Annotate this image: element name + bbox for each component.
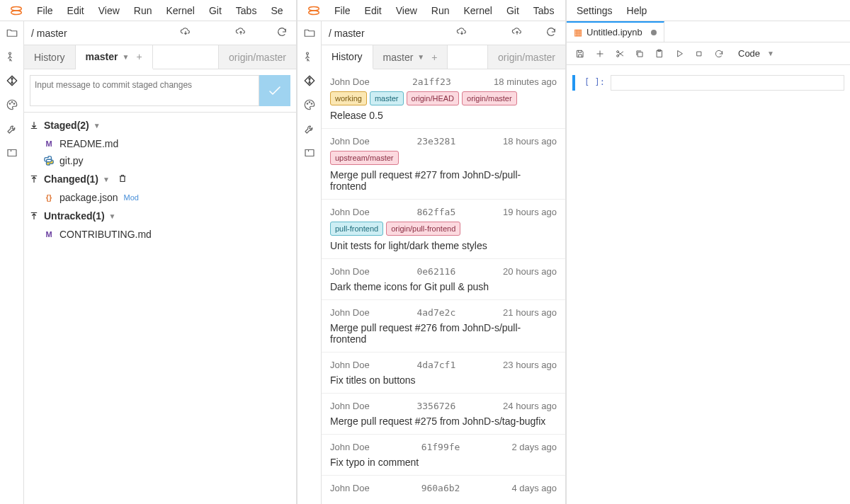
commit-item[interactable]: John Doe23e328118 hours agoupstream/mast… <box>322 129 565 200</box>
commit-author: John Doe <box>330 442 370 452</box>
copy-icon[interactable] <box>630 45 649 63</box>
notebook-tab[interactable]: ▦ Untitled.ipynb <box>567 21 664 42</box>
cloud-pull-icon[interactable] <box>456 26 469 40</box>
menu-tabs[interactable]: Tabs <box>526 2 562 19</box>
svg-point-10 <box>309 11 319 15</box>
running-icon[interactable] <box>5 50 19 64</box>
running-icon[interactable] <box>302 50 317 64</box>
commit-author: John Doe <box>330 360 370 370</box>
file-row[interactable]: {} package.json Mod <box>24 189 296 206</box>
menu-file[interactable]: File <box>30 2 60 19</box>
tab-current-branch[interactable]: master ▼ + <box>373 45 448 69</box>
file-row[interactable]: M CONTRIBUTING.md <box>24 226 296 243</box>
branch-bar: / master <box>322 21 565 45</box>
discard-icon[interactable] <box>118 173 127 185</box>
cell-type-label: Code <box>738 48 760 59</box>
menu-run[interactable]: Run <box>127 2 159 19</box>
menu-file[interactable]: File <box>327 2 358 19</box>
new-branch-icon[interactable]: + <box>431 52 437 63</box>
commit-item[interactable]: John Doe335672624 hours agoMerge pull re… <box>322 394 565 435</box>
tab-current-branch[interactable]: master ▼ + <box>76 45 153 69</box>
menu-edit[interactable]: Edit <box>60 2 91 19</box>
cloud-push-icon[interactable] <box>235 26 248 40</box>
branch-path: / master <box>31 28 67 39</box>
tabs-icon[interactable] <box>302 146 317 160</box>
menu-help[interactable]: Help <box>620 2 654 19</box>
tab-remote-label: origin/master <box>229 52 286 63</box>
ref-tag: pull-frontend <box>330 222 383 236</box>
commit-message-input[interactable] <box>30 75 259 106</box>
json-file-icon: {} <box>44 193 54 202</box>
tab-remote[interactable]: origin/master <box>218 45 296 69</box>
menu-git[interactable]: Git <box>202 2 229 19</box>
commit-button[interactable] <box>259 75 290 106</box>
cell-input[interactable] <box>611 75 844 91</box>
run-cell-icon[interactable] <box>670 45 688 63</box>
section-staged-header[interactable]: Staged(2) ▼ <box>24 115 296 135</box>
paste-icon[interactable] <box>650 45 669 63</box>
commit-item[interactable]: John Doe4ad7e2c21 hours agoMerge pull re… <box>322 300 565 353</box>
cloud-push-icon[interactable] <box>511 26 524 40</box>
commit-time: 24 hours ago <box>503 401 557 411</box>
git-icon[interactable] <box>302 74 317 88</box>
save-icon[interactable] <box>571 45 589 63</box>
ref-tag: working <box>330 91 367 105</box>
section-changed-header[interactable]: Changed(1) ▼ <box>24 169 296 189</box>
chevron-down-icon: ▼ <box>417 53 424 61</box>
git-icon[interactable] <box>5 74 19 88</box>
tab-remote[interactable]: origin/master <box>487 45 565 69</box>
restart-icon[interactable] <box>710 45 728 63</box>
commit-item[interactable]: John Doe862ffa519 hours agopull-frontend… <box>322 200 565 259</box>
commit-time: 23 hours ago <box>503 360 557 370</box>
wrench-icon[interactable] <box>5 122 19 136</box>
add-cell-icon[interactable] <box>591 45 609 63</box>
tab-history[interactable]: History <box>24 45 76 69</box>
new-branch-icon[interactable]: + <box>136 51 142 62</box>
menu-tabs[interactable]: Tabs <box>229 2 264 19</box>
wrench-icon[interactable] <box>302 122 317 136</box>
palette-icon[interactable] <box>5 98 19 112</box>
file-row[interactable]: M README.md <box>24 135 296 152</box>
cut-icon[interactable] <box>611 45 629 63</box>
refresh-icon[interactable] <box>276 26 289 40</box>
history-list[interactable]: John Doe2a1ff2318 minutes agoworkingmast… <box>322 69 565 504</box>
palette-icon[interactable] <box>302 98 317 112</box>
jupyter-logo-icon <box>8 3 24 18</box>
menu-edit[interactable]: Edit <box>358 2 389 19</box>
menu-git[interactable]: Git <box>499 2 526 19</box>
menu-kernel[interactable]: Kernel <box>159 2 201 19</box>
code-cell[interactable]: [ ]: <box>572 75 844 91</box>
commit-item[interactable]: John Doe960a6b24 days ago <box>322 476 565 504</box>
menu-view[interactable]: View <box>389 2 424 19</box>
markdown-file-icon: M <box>44 139 54 149</box>
commit-item[interactable]: John Doe2a1ff2318 minutes agoworkingmast… <box>322 69 565 129</box>
cloud-pull-icon[interactable] <box>180 26 193 40</box>
commit-tags: pull-frontendorigin/pull-frontend <box>330 222 557 236</box>
cell-type-select[interactable]: Code ▼ <box>732 45 780 62</box>
file-row[interactable]: git.py <box>24 152 296 169</box>
tabs-icon[interactable] <box>5 146 19 160</box>
folder-icon[interactable] <box>5 25 19 40</box>
stop-icon[interactable] <box>690 45 708 63</box>
tab-history[interactable]: History <box>322 45 373 69</box>
refresh-icon[interactable] <box>545 26 558 40</box>
commit-item[interactable]: John Doe61f99fe2 days agoFix typo in com… <box>322 435 565 476</box>
commit-sha: 23e3281 <box>370 136 503 147</box>
commit-sha: 4ad7e2c <box>370 307 503 318</box>
menu-settings[interactable]: Settings <box>570 2 620 19</box>
commit-item[interactable]: John Doe4da7cf123 hours agoFix titles on… <box>322 353 565 394</box>
menu-run[interactable]: Run <box>424 2 457 19</box>
commit-sha: 2a1ff23 <box>370 76 494 87</box>
folder-icon[interactable] <box>302 25 317 40</box>
notebook-tab-title: Untitled.ipynb <box>586 27 642 38</box>
menubar-middle: File Edit View Run Kernel Git Tabs <box>298 0 565 21</box>
menu-kernel[interactable]: Kernel <box>456 2 499 19</box>
svg-rect-23 <box>697 52 701 56</box>
commit-item[interactable]: John Doe0e6211620 hours agoDark theme ic… <box>322 259 565 300</box>
menu-settings-trunc[interactable]: Se <box>264 2 290 19</box>
svg-point-9 <box>309 6 319 11</box>
commit-message: Release 0.5 <box>330 110 557 121</box>
section-changed-label: Changed(1) <box>44 173 98 185</box>
section-untracked-header[interactable]: Untracked(1) ▼ <box>24 206 296 226</box>
menu-view[interactable]: View <box>91 2 127 19</box>
